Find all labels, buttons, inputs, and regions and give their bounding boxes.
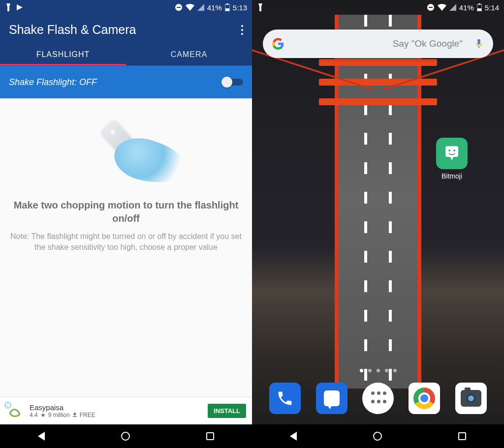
home-button[interactable] bbox=[121, 432, 130, 441]
shake-toggle-label: Shake Flashlight: OFF bbox=[9, 77, 97, 88]
instruction-headline: Make two chopping motion to turn the fla… bbox=[10, 199, 242, 225]
dock-camera[interactable] bbox=[455, 383, 487, 414]
ad-app-icon: i bbox=[3, 400, 25, 422]
flashlight-icon bbox=[257, 3, 264, 11]
svg-rect-4 bbox=[225, 8, 229, 11]
shake-toggle-switch[interactable] bbox=[222, 77, 243, 88]
tab-camera[interactable]: CAMERA bbox=[126, 43, 252, 65]
wifi-icon bbox=[186, 4, 194, 11]
dock-chrome[interactable] bbox=[409, 383, 440, 414]
ad-rating: 4.4 bbox=[30, 412, 38, 418]
install-button[interactable]: INSTALL bbox=[208, 404, 246, 418]
wifi-icon bbox=[438, 4, 446, 11]
back-button[interactable] bbox=[290, 432, 297, 441]
tab-bar: FLASHLIGHT CAMERA bbox=[0, 43, 252, 66]
page-indicator bbox=[252, 369, 504, 372]
battery-icon bbox=[225, 3, 230, 11]
battery-icon bbox=[477, 3, 482, 11]
battery-percent: 41% bbox=[459, 3, 474, 12]
bitmoji-icon bbox=[436, 138, 468, 169]
app-icon-bitmoji[interactable]: Bitmoji bbox=[434, 138, 470, 180]
dock-messages[interactable] bbox=[316, 383, 347, 414]
svg-rect-12 bbox=[445, 146, 458, 157]
clock-text: 5:14 bbox=[485, 3, 499, 12]
instruction-note: Note: The flashlight might be turned on … bbox=[10, 231, 242, 253]
clock-text: 5:13 bbox=[233, 3, 247, 12]
svg-point-13 bbox=[448, 149, 450, 151]
app-label-bitmoji: Bitmoji bbox=[434, 172, 470, 180]
home-button[interactable] bbox=[373, 432, 382, 441]
chop-illustration bbox=[67, 115, 185, 189]
ad-title: Easypaisa bbox=[30, 403, 203, 412]
tab-flashlight[interactable]: FLASHLIGHT bbox=[0, 43, 126, 65]
dock-phone[interactable] bbox=[269, 383, 301, 414]
signal-icon bbox=[197, 4, 204, 11]
system-nav-bar bbox=[0, 424, 252, 448]
search-placeholder: Say "Ok Google" bbox=[291, 38, 467, 49]
star-icon: ★ bbox=[40, 412, 46, 418]
ad-downloads: 9 million bbox=[48, 412, 70, 418]
svg-text:i: i bbox=[7, 403, 8, 408]
signal-icon bbox=[449, 4, 456, 11]
svg-rect-11 bbox=[477, 8, 481, 11]
svg-rect-8 bbox=[429, 7, 433, 8]
back-button[interactable] bbox=[38, 432, 45, 441]
recents-button[interactable] bbox=[206, 432, 214, 440]
system-nav-bar bbox=[252, 424, 504, 448]
svg-point-14 bbox=[453, 149, 455, 151]
status-bar: 41% 5:13 bbox=[0, 0, 252, 15]
dnd-icon bbox=[175, 3, 183, 11]
recents-button[interactable] bbox=[458, 432, 466, 440]
dock bbox=[252, 383, 504, 414]
app-drawer-button[interactable] bbox=[362, 383, 394, 414]
flashlight-icon bbox=[5, 3, 12, 11]
ad-banner[interactable]: i Easypaisa 4.4 ★ 9 million FREE INSTALL bbox=[0, 397, 252, 424]
shake-toggle-row: Shake Flashlight: OFF bbox=[0, 66, 252, 98]
app-title: Shake Flash & Camera bbox=[9, 23, 136, 37]
overflow-menu-icon[interactable] bbox=[241, 25, 243, 35]
play-icon bbox=[16, 3, 24, 11]
google-logo-icon bbox=[272, 37, 284, 50]
ad-price: FREE bbox=[80, 412, 95, 418]
download-icon bbox=[72, 412, 77, 418]
svg-rect-1 bbox=[177, 7, 181, 8]
mic-icon[interactable] bbox=[473, 38, 484, 49]
wallpaper bbox=[252, 0, 504, 448]
google-search-bar[interactable]: Say "Ok Google" bbox=[263, 30, 493, 58]
dnd-icon bbox=[427, 3, 435, 11]
status-bar: 41% 5:14 bbox=[252, 0, 504, 15]
app-bar: Shake Flash & Camera bbox=[0, 15, 252, 43]
battery-percent: 41% bbox=[207, 3, 222, 12]
